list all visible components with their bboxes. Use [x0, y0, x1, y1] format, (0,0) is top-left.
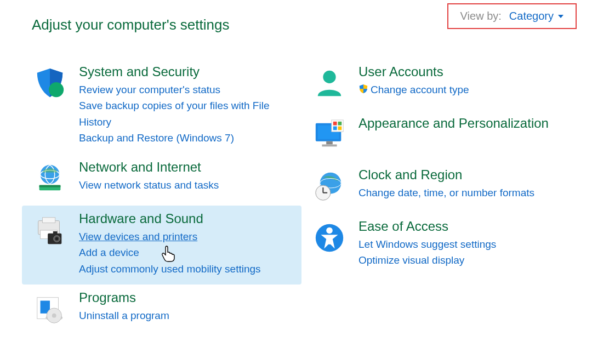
monitor-icon — [312, 116, 355, 154]
link-review-status[interactable]: Review your computer's status — [79, 82, 291, 98]
link-suggest-settings[interactable]: Let Windows suggest settings — [358, 236, 496, 252]
svg-rect-23 — [333, 122, 337, 126]
viewby-dropdown[interactable]: Category — [509, 10, 563, 22]
svg-rect-26 — [338, 127, 342, 130]
svg-rect-25 — [333, 127, 337, 130]
link-uninstall-program[interactable]: Uninstall a program — [79, 308, 169, 323]
category-hardware-sound[interactable]: Hardware and Sound View devices and prin… — [22, 206, 301, 285]
svg-point-33 — [326, 228, 333, 234]
link-text: Change account type — [371, 84, 469, 95]
category-title[interactable]: Programs — [79, 290, 169, 305]
category-title[interactable]: Clock and Region — [358, 167, 534, 183]
category-title[interactable]: Network and Internet — [79, 160, 219, 175]
network-icon — [33, 160, 76, 198]
category-title[interactable]: System and Security — [79, 64, 291, 79]
svg-point-0 — [49, 82, 64, 97]
svg-point-16 — [52, 314, 56, 318]
programs-icon — [33, 290, 76, 328]
link-network-status[interactable]: View network status and tasks — [79, 177, 219, 193]
link-add-device[interactable]: Add a device — [79, 244, 261, 260]
svg-rect-21 — [322, 144, 337, 146]
link-change-account-type[interactable]: Change account type — [358, 82, 469, 99]
link-backup-restore[interactable]: Backup and Restore (Windows 7) — [79, 130, 291, 146]
viewby-label: View by: — [460, 10, 502, 22]
category-programs[interactable]: Programs Uninstall a program — [22, 285, 301, 336]
category-title[interactable]: Ease of Access — [358, 219, 496, 234]
category-clock-region[interactable]: Clock and Region Change date, time, or n… — [301, 162, 581, 213]
link-optimize-display[interactable]: Optimize visual display — [358, 252, 496, 268]
svg-rect-4 — [39, 185, 61, 187]
category-user-accounts[interactable]: User Accounts Change account type — [301, 59, 581, 110]
page-title: Adjust your computer's settings — [32, 16, 229, 33]
viewby-box: View by: Category — [447, 3, 577, 29]
category-title[interactable]: User Accounts — [358, 64, 469, 79]
uac-shield-icon — [358, 82, 368, 98]
svg-rect-24 — [338, 122, 342, 126]
accessibility-icon — [312, 219, 355, 257]
clock-globe-icon — [312, 167, 355, 206]
svg-point-1 — [41, 165, 60, 184]
category-title[interactable]: Hardware and Sound — [79, 211, 261, 226]
link-mobility-settings[interactable]: Adjust commonly used mobility settings — [79, 261, 261, 277]
svg-rect-11 — [53, 231, 58, 235]
printer-camera-icon — [33, 211, 76, 249]
user-icon — [312, 64, 355, 103]
svg-rect-20 — [326, 141, 333, 145]
category-ease-of-access[interactable]: Ease of Access Let Windows suggest setti… — [301, 213, 581, 276]
link-file-history[interactable]: Save backup copies of your files with Fi… — [79, 98, 291, 130]
link-devices-printers[interactable]: View devices and printers — [79, 229, 261, 244]
link-date-time-formats[interactable]: Change date, time, or number formats — [358, 185, 534, 201]
category-system-security[interactable]: System and Security Review your computer… — [22, 59, 301, 154]
viewby-value-text: Category — [509, 10, 554, 22]
chevron-down-icon — [558, 15, 563, 18]
svg-point-17 — [323, 71, 335, 83]
svg-point-10 — [55, 237, 59, 240]
category-network-internet[interactable]: Network and Internet View network status… — [22, 154, 301, 206]
shield-icon — [33, 64, 76, 103]
category-title[interactable]: Appearance and Personalization — [358, 116, 549, 131]
svg-rect-6 — [42, 218, 55, 223]
category-appearance[interactable]: Appearance and Personalization — [301, 110, 581, 162]
